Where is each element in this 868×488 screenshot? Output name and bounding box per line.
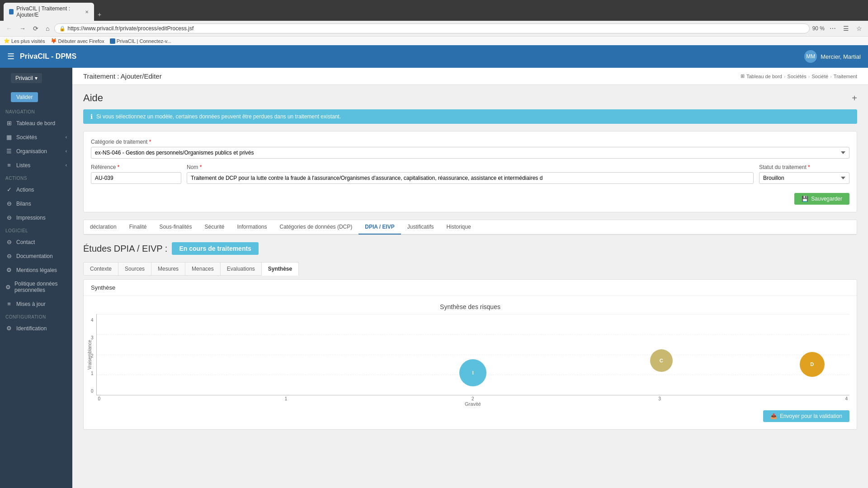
sidebar-item-bilans[interactable]: ⊖ Bilans xyxy=(0,197,72,211)
sidebar-item-identification[interactable]: ⚙ Identification xyxy=(0,321,72,335)
back-button[interactable]: ← xyxy=(4,24,14,33)
forward-button[interactable]: → xyxy=(17,24,28,33)
chevron-right-icon: ‹ xyxy=(66,135,67,140)
bubble-C: C xyxy=(650,349,673,372)
print-icon: ⊖ xyxy=(5,214,13,221)
statut-label: Statut du traitement * xyxy=(759,164,849,170)
sub-tab-mesures[interactable]: Mesures xyxy=(151,262,185,276)
breadcrumb-sep-1: › xyxy=(784,74,786,79)
doc-icon: ⊖ xyxy=(5,253,13,259)
reference-col: Référence * xyxy=(91,164,181,189)
sidebar-item-societes[interactable]: ▦ Sociétés ‹ xyxy=(0,130,72,144)
sidebar-item-tableau-de-bord[interactable]: ⊞ Tableau de bord xyxy=(0,116,72,130)
reference-label: Référence * xyxy=(91,164,181,170)
reference-input[interactable] xyxy=(91,172,181,184)
chevron-right-icon-2: ‹ xyxy=(66,149,67,154)
sidebar-item-impressions[interactable]: ⊖ Impressions xyxy=(0,211,72,225)
tab-dpia-eivp[interactable]: DPIA / EIVP xyxy=(359,220,401,235)
refresh-button[interactable]: ⟳ xyxy=(31,24,41,33)
y-label-1: 1 xyxy=(91,371,94,376)
statut-col: Statut du traitement * Brouillon xyxy=(759,164,849,189)
sidebar-item-politique[interactable]: ⚙ Politique données personnelles xyxy=(0,277,72,297)
categorie-group: Catégorie de traitement * ex-NS-046 - Ge… xyxy=(91,139,849,159)
sidebar-item-organisation[interactable]: ☰ Organisation ‹ xyxy=(0,144,72,158)
policy-icon: ⚙ xyxy=(5,284,11,291)
valider-button[interactable]: Valider xyxy=(11,92,38,102)
user-avatar: MM xyxy=(804,50,817,63)
statut-select[interactable]: Brouillon xyxy=(759,172,849,184)
send-icon: 📤 xyxy=(770,413,777,419)
close-tab-button[interactable]: ✕ xyxy=(85,9,89,14)
zoom-level: 90 % xyxy=(812,25,825,32)
x-label-1: 1 xyxy=(285,396,288,401)
tab-securite[interactable]: Sécurité xyxy=(198,220,231,235)
x-label-3: 3 xyxy=(658,396,661,401)
bookmark-icon: ⭐ xyxy=(4,38,10,44)
chart-title: Synthèse des risques xyxy=(91,303,849,310)
tab-finalite[interactable]: Finalité xyxy=(123,220,153,235)
y-axis-label: Vraisemblance xyxy=(87,340,92,370)
sidebar-item-mentions-legales[interactable]: ⚙ Mentions légales xyxy=(0,263,72,277)
x-label-4: 4 xyxy=(845,396,848,401)
tab-historique[interactable]: Historique xyxy=(440,220,477,235)
bookmark-firefox[interactable]: 🦊 Débuter avec Firefox xyxy=(51,38,104,44)
save-icon: 💾 xyxy=(802,196,808,202)
chevron-right-icon-3: ‹ xyxy=(66,163,67,168)
url-text: https://www.privacil.fr/private/process/… xyxy=(67,25,804,32)
lock-icon: 🔒 xyxy=(59,26,66,32)
info-icon: ℹ xyxy=(90,113,93,120)
new-tab-button[interactable]: + xyxy=(94,8,105,21)
grid-icon: ⊞ xyxy=(5,120,13,127)
browser-tab[interactable]: PrivaCIL | Traitement : Ajouter/E ✕ xyxy=(4,3,94,21)
sidebar-item-actions[interactable]: ✓ Actions xyxy=(0,183,72,197)
sidebar: Privacil ▾ Valider Navigation ⊞ Tableau … xyxy=(0,68,72,488)
sub-tab-contexte[interactable]: Contexte xyxy=(83,262,118,276)
id-icon: ⚙ xyxy=(5,325,13,332)
sub-tabs: Contexte Sources Mesures Menaces Evaluat… xyxy=(83,262,857,276)
sub-tab-sources[interactable]: Sources xyxy=(118,262,151,276)
page-header-title: Traitement : Ajouter/Editer xyxy=(83,72,162,80)
check-icon: ✓ xyxy=(5,186,13,193)
reader-button[interactable]: ☰ xyxy=(841,24,851,33)
org-icon: ☰ xyxy=(5,148,13,155)
chart-wrapper: 4 3 2 1 0 Vraisem xyxy=(91,314,849,407)
legal-icon: ⚙ xyxy=(5,267,13,273)
bookmark-visited[interactable]: ⭐ Les plus visités xyxy=(4,38,45,44)
x-label-0: 0 xyxy=(98,396,101,401)
menu-button[interactable]: ⋯ xyxy=(827,24,838,33)
section-title: Aide + xyxy=(83,92,857,104)
tab-justificatifs[interactable]: Justificatifs xyxy=(401,220,440,235)
send-validation-button[interactable]: 📤 Envoyer pour la validation xyxy=(763,410,849,422)
y-label-4: 4 xyxy=(91,318,94,323)
dpia-status-badge[interactable]: En cours de traitements xyxy=(172,242,259,255)
sidebar-item-mises-a-jour[interactable]: ≡ Mises à jour xyxy=(0,297,72,311)
tabs-header: déclaration Finalité Sous-finalités Sécu… xyxy=(84,220,857,235)
sidebar-item-contact[interactable]: ⊖ Contact xyxy=(0,235,72,249)
categorie-select[interactable]: ex-NS-046 - Gestion des personnels/Organ… xyxy=(91,147,849,159)
required-marker: * xyxy=(149,139,151,145)
sub-tab-menaces[interactable]: Menaces xyxy=(185,262,221,276)
logiciel-section-label: Logiciel xyxy=(0,225,72,235)
sidebar-item-listes[interactable]: ≡ Listes ‹ xyxy=(0,158,72,172)
hamburger-button[interactable]: ☰ xyxy=(7,52,14,61)
nom-input[interactable] xyxy=(187,172,754,184)
synthese-box: Synthèse Synthèse des risques 4 3 2 xyxy=(83,279,857,430)
tab-declaration[interactable]: déclaration xyxy=(84,220,123,235)
bookmark-button[interactable]: ☆ xyxy=(854,24,864,33)
add-button[interactable]: + xyxy=(852,93,857,103)
sub-tab-synthese[interactable]: Synthèse xyxy=(261,262,299,276)
sidebar-item-documentation[interactable]: ⊖ Documentation xyxy=(0,249,72,263)
tab-title: PrivaCIL | Traitement : Ajouter/E xyxy=(16,5,82,18)
tab-informations[interactable]: Informations xyxy=(231,220,273,235)
tab-categories-donnees[interactable]: Catégories de données (DCP) xyxy=(274,220,359,235)
sub-tab-evaluations[interactable]: Evaluations xyxy=(220,262,262,276)
home-button[interactable]: ⌂ xyxy=(43,24,52,33)
dpia-title: Études DPIA / EIVP : En cours de traitem… xyxy=(83,242,857,255)
bubble-I: I xyxy=(459,359,486,386)
tab-sous-finalites[interactable]: Sous-finalités xyxy=(153,220,198,235)
breadcrumb-sep-3: › xyxy=(830,74,832,79)
save-button[interactable]: 💾 Sauvegarder xyxy=(794,193,849,205)
privacil-dropdown[interactable]: Privacil ▾ xyxy=(11,73,42,83)
bookmark-privacil[interactable]: PrivaCIL | Connectez-v... xyxy=(110,38,171,44)
url-bar[interactable]: 🔒 https://www.privacil.fr/private/proces… xyxy=(54,23,809,33)
